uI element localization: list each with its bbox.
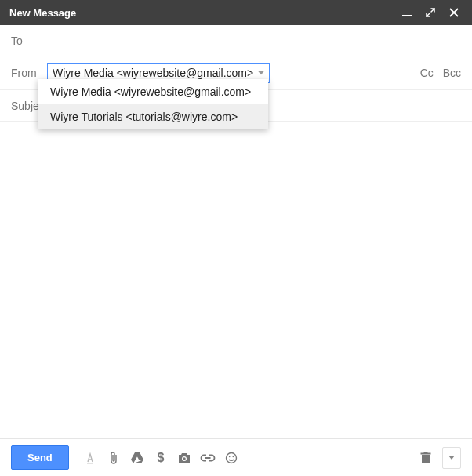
svg-point-6	[229, 456, 231, 457]
to-label: To	[11, 35, 47, 47]
from-label: From	[11, 67, 47, 79]
svg-rect-10	[424, 452, 428, 453]
svg-rect-1	[87, 463, 93, 463]
from-selected-value: Wiyre Media <wiyrewebsite@gmail.com>	[53, 67, 253, 79]
camera-icon[interactable]	[172, 446, 196, 470]
format-text-icon[interactable]	[78, 446, 102, 470]
compose-toolbar: Send $	[0, 438, 472, 476]
expand-icon[interactable]	[419, 1, 442, 24]
from-option-1[interactable]: Wiyre Tutorials <tutorials@wiyre.com>	[38, 104, 268, 129]
window-title: New Message	[9, 7, 395, 19]
to-row: To	[0, 25, 472, 56]
attach-icon[interactable]	[102, 446, 125, 470]
money-icon[interactable]: $	[149, 446, 172, 470]
to-input[interactable]	[47, 32, 461, 49]
svg-point-7	[232, 456, 234, 457]
more-options-button[interactable]	[442, 447, 461, 469]
message-body[interactable]	[0, 122, 472, 438]
svg-text:$: $	[157, 451, 164, 464]
svg-point-4	[183, 457, 186, 460]
send-button[interactable]: Send	[11, 445, 69, 470]
close-icon[interactable]	[442, 1, 466, 24]
cc-button[interactable]: Cc	[420, 67, 434, 79]
emoji-icon[interactable]	[220, 446, 243, 470]
from-option-0[interactable]: Wiyre Media <wiyrewebsite@gmail.com>	[38, 79, 268, 104]
trash-icon[interactable]	[414, 446, 438, 470]
chevron-down-icon	[258, 71, 264, 75]
svg-point-5	[226, 452, 236, 463]
link-icon[interactable]	[196, 446, 220, 470]
from-dropdown: Wiyre Media <wiyrewebsite@gmail.com> Wiy…	[38, 79, 268, 129]
compose-titlebar: New Message	[0, 0, 472, 25]
svg-rect-8	[422, 455, 430, 463]
svg-rect-0	[402, 15, 412, 16]
drive-icon[interactable]	[125, 446, 149, 470]
minimize-icon[interactable]	[395, 1, 419, 24]
cc-bcc-group: Cc Bcc	[414, 67, 461, 79]
bcc-button[interactable]: Bcc	[443, 67, 461, 79]
